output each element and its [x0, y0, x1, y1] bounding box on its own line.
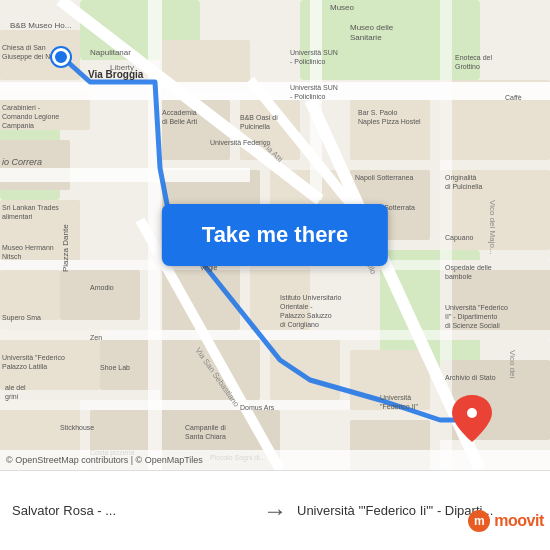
svg-rect-9 [0, 270, 60, 320]
arrow-icon: → [253, 497, 297, 525]
svg-text:Museo Hermann: Museo Hermann [2, 244, 54, 251]
svg-text:Via Broggia: Via Broggia [88, 69, 144, 80]
svg-text:Università: Università [380, 394, 411, 401]
svg-text:Originalità: Originalità [445, 174, 477, 182]
svg-text:io Correra: io Correra [2, 157, 42, 167]
svg-text:Università "Federico: Università "Federico [2, 354, 65, 361]
map-area: B&B Museo Ho... Napulitanar Liberty Via … [0, 0, 550, 470]
svg-text:Vico dei: Vico dei [508, 350, 517, 379]
svg-rect-39 [148, 0, 162, 470]
svg-rect-44 [0, 400, 350, 410]
route-from: Salvator Rosa - ... [12, 503, 253, 518]
svg-text:Capuano: Capuano [445, 234, 474, 242]
svg-text:Zen: Zen [90, 334, 102, 341]
svg-rect-40 [310, 0, 322, 200]
svg-text:ale del: ale del [5, 384, 26, 391]
svg-text:Campania: Campania [2, 122, 34, 130]
svg-text:Amodio: Amodio [90, 284, 114, 291]
svg-text:Campanile di: Campanile di [185, 424, 226, 432]
svg-text:Comando Legione: Comando Legione [2, 113, 59, 121]
svg-text:Grottino: Grottino [455, 63, 480, 70]
svg-text:Orientale -: Orientale - [280, 303, 313, 310]
svg-text:Accademia: Accademia [162, 109, 197, 116]
svg-text:Bar S. Paolo: Bar S. Paolo [358, 109, 397, 116]
svg-text:- Policlinico: - Policlinico [290, 93, 326, 100]
svg-text:Palazzo Latilla: Palazzo Latilla [2, 363, 47, 370]
svg-text:Vico del Majo...: Vico del Majo... [488, 200, 497, 255]
svg-text:Sri Lankan Trades: Sri Lankan Trades [2, 204, 59, 211]
svg-text:Archivio di Stato: Archivio di Stato [445, 374, 496, 381]
svg-text:Supero Sma: Supero Sma [2, 314, 41, 322]
svg-text:II" - Dipartimento: II" - Dipartimento [445, 313, 497, 321]
svg-text:alimentari: alimentari [2, 213, 33, 220]
svg-text:di Pulcinella: di Pulcinella [445, 183, 482, 190]
svg-text:Napoli Sotterranea: Napoli Sotterranea [355, 174, 413, 182]
svg-text:Caffè: Caffè [505, 94, 522, 101]
svg-text:- Policlinico: - Policlinico [290, 58, 326, 65]
moovit-icon: m [468, 510, 490, 532]
svg-text:Piazza Dante: Piazza Dante [61, 224, 70, 272]
svg-text:Carabinieri -: Carabinieri - [2, 104, 41, 111]
svg-text:bambole: bambole [445, 273, 472, 280]
svg-text:Università SUN: Università SUN [290, 84, 338, 91]
svg-text:di Scienze Sociali: di Scienze Sociali [445, 322, 500, 329]
svg-text:Santa Chiara: Santa Chiara [185, 433, 226, 440]
svg-rect-23 [270, 340, 340, 400]
svg-text:Ospedale delle: Ospedale delle [445, 264, 492, 272]
bottom-bar: Salvator Rosa - ... → Università '"Feder… [0, 470, 550, 550]
svg-rect-2 [300, 0, 480, 80]
svg-text:Università SUN: Università SUN [290, 49, 338, 56]
svg-text:Domus Ars: Domus Ars [240, 404, 275, 411]
svg-text:grini: grini [5, 393, 19, 401]
svg-rect-34 [0, 168, 250, 182]
moovit-icon-char: m [474, 514, 485, 528]
app-container: B&B Museo Ho... Napulitanar Liberty Via … [0, 0, 550, 550]
svg-text:Nitsch: Nitsch [2, 253, 22, 260]
svg-text:Palazzo Saluzzo: Palazzo Saluzzo [280, 312, 332, 319]
svg-text:"Federico II": "Federico II" [380, 403, 419, 410]
svg-text:Pulcinella: Pulcinella [240, 123, 270, 130]
svg-text:di Corigliano: di Corigliano [280, 321, 319, 329]
svg-point-116 [467, 408, 477, 418]
svg-text:Museo: Museo [330, 3, 355, 12]
take-me-there-button[interactable]: Take me there [162, 204, 388, 266]
svg-text:Museo delle: Museo delle [350, 23, 394, 32]
from-label: Salvator Rosa - ... [12, 503, 253, 518]
copyright-bar: © OpenStreetMap contributors | © OpenMap… [0, 450, 550, 470]
svg-rect-33 [0, 82, 550, 100]
origin-marker [52, 48, 70, 66]
moovit-text: moovit [494, 512, 543, 530]
svg-rect-43 [0, 330, 550, 340]
svg-text:Chiesa di San: Chiesa di San [2, 44, 46, 51]
svg-text:B&B Oasi di: B&B Oasi di [240, 114, 278, 121]
svg-text:Shoe Lab: Shoe Lab [100, 364, 130, 371]
svg-text:Sanitarie: Sanitarie [350, 33, 382, 42]
svg-text:Napulitanar: Napulitanar [90, 48, 131, 57]
svg-text:di Belle Arti: di Belle Arti [162, 118, 197, 125]
svg-text:Stickhouse: Stickhouse [60, 424, 94, 431]
svg-rect-10 [60, 270, 140, 320]
svg-text:Naples Pizza Hostel: Naples Pizza Hostel [358, 118, 421, 126]
svg-text:Enoteca del: Enoteca del [455, 54, 492, 61]
svg-text:Università "Federico: Università "Federico [445, 304, 508, 311]
moovit-logo: m moovit [476, 506, 536, 536]
svg-text:B&B Museo Ho...: B&B Museo Ho... [10, 21, 71, 30]
copyright-text: © OpenStreetMap contributors | © OpenMap… [6, 455, 203, 465]
svg-text:Istituto Universitario: Istituto Universitario [280, 294, 342, 301]
